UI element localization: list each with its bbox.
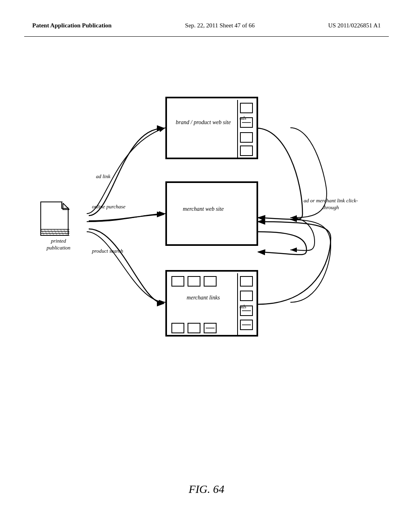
svg-line-11 — [54, 229, 57, 236]
svg-line-10 — [51, 229, 54, 236]
publication-date: Sep. 22, 2011 Sheet 47 of 66 — [185, 22, 255, 29]
product-search-label: product search — [92, 248, 123, 255]
figure-label: FIG. 64 — [0, 483, 413, 496]
online-purchase-label: online purchase — [92, 204, 125, 210]
printed-pub-label: printed publication — [40, 238, 77, 251]
svg-rect-25 — [172, 323, 184, 333]
svg-line-9 — [48, 229, 51, 236]
svg-line-2 — [63, 203, 69, 210]
svg-rect-30 — [240, 276, 252, 286]
svg-line-12 — [57, 229, 60, 236]
pub-svg — [41, 202, 69, 237]
svg-rect-20 — [240, 133, 252, 142]
svg-rect-22 — [172, 276, 184, 286]
svg-line-7 — [41, 229, 44, 236]
header-divider — [24, 36, 389, 37]
svg-rect-21 — [240, 146, 252, 156]
svg-rect-17 — [240, 103, 252, 113]
merchant-links-box: merchant links ads — [165, 270, 258, 337]
ad-or-merchant-label: ad or merchant link click-through — [298, 197, 363, 211]
patent-number: US 2011/0226851 A1 — [328, 22, 381, 29]
svg-rect-23 — [188, 276, 200, 286]
merchant-website-box: merchant web site — [165, 181, 258, 246]
svg-rect-24 — [204, 276, 216, 286]
diagram-container: printed publication ad link online purch… — [24, 64, 389, 451]
svg-line-13 — [60, 229, 64, 236]
patent-title: Patent Application Publication — [32, 22, 112, 29]
brand-box-svg — [167, 98, 260, 161]
ad-link-label: ad link — [96, 173, 111, 180]
brand-ads-label: ads — [240, 115, 246, 121]
svg-rect-26 — [188, 323, 200, 333]
merchant-box-label: merchant web site — [175, 205, 232, 213]
page-header: Patent Application Publication Sep. 22, … — [0, 22, 413, 29]
brand-website-box: brand / product web site ads — [165, 97, 258, 159]
svg-line-14 — [64, 229, 67, 236]
pub-box — [40, 202, 69, 236]
links-ads-label: ads — [240, 304, 246, 310]
svg-line-8 — [44, 229, 48, 236]
printed-publication: printed publication — [40, 202, 77, 251]
svg-rect-31 — [240, 291, 252, 301]
